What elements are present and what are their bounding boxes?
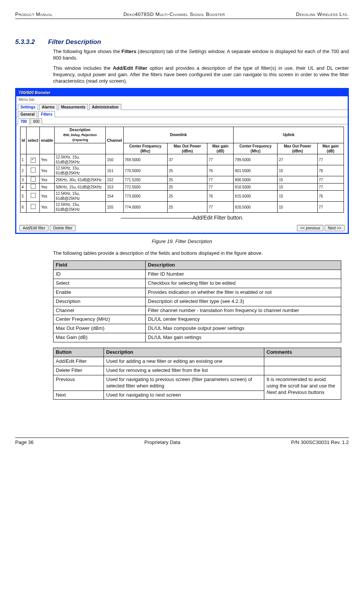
cell-dl-maxgain: 77 [207, 184, 234, 191]
tab-filters[interactable]: Filters [38, 111, 55, 117]
cell: Previous [53, 375, 104, 391]
cell-select[interactable] [26, 165, 39, 176]
footer-right: P/N 300SC30031 Rev. 1.2 [291, 439, 349, 446]
text: (description) tab of the [136, 49, 188, 54]
cell-dl-center: 774.0000 [123, 202, 167, 213]
cell-ul-maxout: 15 [278, 191, 317, 202]
tab-700[interactable]: 700 [18, 118, 30, 124]
cell: DL/UL center frequency [146, 315, 341, 324]
cell: Center Frequency (MHz) [53, 315, 146, 324]
add-edit-filter-button[interactable]: Add/Edit filter [19, 225, 49, 231]
cell-id: 1 [20, 154, 27, 165]
cell: Used for navigating to previous screen (… [104, 375, 264, 391]
table-row: SelectCheckbox for selecting filter to b… [53, 279, 341, 288]
text: and [277, 389, 288, 395]
cell-desc: 12.5KHz, 15u, 61dB@25KHz [54, 165, 105, 176]
cell: Max Gain (dB) [53, 333, 146, 342]
cell-channel: 152 [106, 176, 123, 184]
previous-button[interactable]: << previous [297, 225, 323, 231]
tab-general[interactable]: General [18, 111, 37, 117]
cell: Description of selected filter type (see… [146, 297, 341, 306]
text: This window includes the [53, 65, 113, 71]
tab-800[interactable]: 800 [30, 118, 42, 124]
colgroup-downlink: Downlink [123, 127, 234, 143]
col-channel: Channel [106, 127, 123, 154]
cell-select[interactable] [26, 154, 39, 165]
running-head-right: Dekolink Wireless Ltd. [296, 11, 349, 18]
checkbox-icon[interactable] [31, 168, 36, 173]
cell: Enable [53, 288, 146, 297]
table-row: 4Yes50KHz, 15u, 61dB@25KHz153772.5500257… [20, 184, 344, 191]
tab-alarms[interactable]: Alarms [39, 104, 57, 110]
cell-select[interactable] [26, 191, 39, 202]
cell-desc: 12.5KHz, 15u, 61dB@25KHz [54, 202, 105, 213]
cell-dl-maxgain: 76 [207, 165, 234, 176]
checkbox-icon[interactable] [31, 204, 36, 209]
tab-settings[interactable]: Settings [18, 104, 38, 110]
checkbox-icon[interactable] [31, 193, 36, 198]
col-dl-maxout: Max Out Power (dBm) [167, 143, 207, 154]
col-ul-center: Center Frequency (Mhz) [234, 143, 278, 154]
cell: Max Out Power (dBm) [53, 324, 146, 333]
checkbox-icon[interactable] [31, 177, 36, 182]
page-footer: Page 36 Proprietary Data P/N 300SC30031 … [15, 438, 349, 446]
tab-administration[interactable]: Administration [89, 104, 121, 110]
paragraph-1: The following figure shows the Filters (… [53, 49, 349, 61]
cell: Filter ID Number [146, 270, 341, 279]
col-description: Description BW, Delay, Rejection @spacin… [54, 127, 105, 143]
table-row: 2Yes12.5KHz, 15u, 61dB@25KHz151770.50002… [20, 165, 344, 176]
cell-ul-center: 815.5000 [234, 191, 278, 202]
fields-table: Field Description IDFilter ID NumberSele… [53, 260, 341, 342]
footer-left: Page 36 [15, 439, 33, 446]
cell: Filter channel number - translation from… [146, 306, 341, 315]
table-row: 5Yes12.5KHz, 15u, 61dB@25KHz154773.00002… [20, 191, 344, 202]
tab-measurements[interactable]: Measurments [58, 104, 88, 110]
section-number: 5.3.3.2 [15, 38, 35, 45]
cell-ul-maxout: 15 [278, 184, 317, 191]
table-row: EnableProvides indication on whether the… [53, 288, 341, 297]
buttons-head-desc: Description [104, 348, 264, 357]
checkbox-icon[interactable] [31, 184, 36, 189]
window-button-row: Add/Edit filter Delete filter << previou… [16, 224, 348, 233]
cell-dl-center: 769.5000 [123, 154, 167, 165]
table-row: 1Yes12.5KHz, 15u, 61dB@25KHz150769.50003… [20, 154, 344, 165]
cell-select[interactable] [26, 176, 39, 184]
cell: Used for removing a selected filter from… [104, 366, 264, 375]
table-row: Max Gain (dB)DL/UL Max gain settings [53, 333, 341, 342]
italic-text: Previous [288, 389, 307, 395]
table-row: Previous Used for navigating to previous… [53, 375, 341, 391]
cell-ul-center: 820.5000 [234, 202, 278, 213]
cell-select[interactable] [26, 202, 39, 213]
section-title: Filter Description [48, 38, 101, 45]
cell-merged-comment: It is recommended to avoid using the scr… [264, 375, 341, 400]
col-ul-maxout: Max Out Power (dBm) [278, 143, 317, 154]
cell: Channel [53, 306, 146, 315]
figure-caption: Figure 19. Filter Description [15, 238, 349, 245]
col-select: select [26, 127, 39, 154]
cell-dl-center: 772.5500 [123, 184, 167, 191]
table-row: Add/Edit Filter Used for adding a new fi… [53, 357, 341, 366]
col-id: Id [20, 127, 27, 154]
cell-id: 4 [20, 184, 27, 191]
text: Description [70, 128, 91, 132]
cell-dl-maxout: 25 [167, 202, 207, 213]
cell-ul-maxout: 15 [278, 176, 317, 184]
tables-intro: The following tables provide a descripti… [53, 250, 349, 257]
delete-filter-button[interactable]: Delete filter [50, 225, 76, 231]
cell-ul-maxgain: 77 [317, 202, 344, 213]
next-button[interactable]: Next >> [325, 225, 345, 231]
cell-select[interactable] [26, 184, 39, 191]
tabstrip-sub2: 700 800 [16, 118, 348, 124]
col-ul-maxgain: Max gain (dB) [317, 143, 344, 154]
cell-ul-center: 801.5000 [234, 165, 278, 176]
cell: Checkbox for selecting filter to be edit… [146, 279, 341, 288]
bold-text: Filters [121, 49, 136, 54]
checkbox-icon[interactable] [31, 158, 36, 163]
cell-channel: 153 [106, 184, 123, 191]
window-titlebar: 700/800 Booster [16, 89, 348, 96]
cell: Used for adding a new filter or editing … [104, 357, 264, 366]
cell-dl-center: 771.5200 [123, 176, 167, 184]
table-row: 6Yes12.5KHz, 15u, 61dB@25KHz155774.00002… [20, 202, 344, 213]
cell-dl-center: 770.5000 [123, 165, 167, 176]
menu-bar-label: Menu bar [16, 96, 348, 103]
